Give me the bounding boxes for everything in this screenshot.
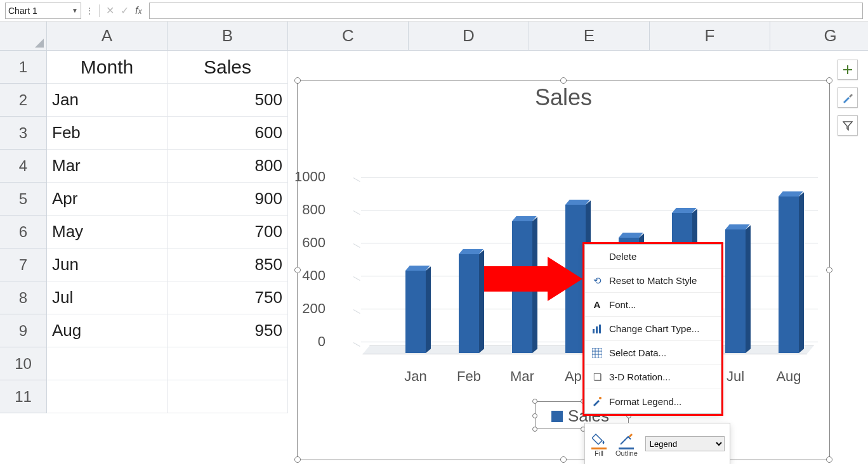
row-header[interactable]: 6 bbox=[0, 216, 47, 248]
chevron-down-icon[interactable]: ▼ bbox=[72, 7, 78, 14]
cell[interactable]: Apr bbox=[47, 183, 168, 216]
row-header[interactable]: 7 bbox=[0, 248, 47, 281]
menu-delete[interactable]: Delete bbox=[585, 245, 721, 269]
row-header[interactable]: 1 bbox=[0, 51, 47, 84]
col-header[interactable]: G bbox=[770, 22, 868, 51]
cell[interactable]: Aug bbox=[47, 314, 168, 347]
row-header[interactable]: 2 bbox=[0, 84, 47, 117]
outline-button[interactable]: Outline bbox=[615, 431, 638, 457]
svg-point-8 bbox=[599, 397, 602, 399]
menu-reset-style[interactable]: ⟲ Reset to Match Style bbox=[585, 269, 721, 293]
row-header[interactable]: 5 bbox=[0, 183, 47, 216]
chart-title[interactable]: Sales bbox=[298, 81, 829, 111]
row-header[interactable]: 3 bbox=[0, 117, 47, 150]
y-tick: 600 bbox=[302, 235, 326, 251]
row-header[interactable]: 11 bbox=[0, 380, 47, 413]
resize-handle[interactable] bbox=[532, 399, 537, 404]
resize-handle[interactable] bbox=[294, 77, 301, 84]
cell[interactable] bbox=[47, 380, 168, 413]
cell[interactable]: Jan bbox=[47, 84, 168, 117]
resize-handle[interactable] bbox=[826, 456, 832, 463]
menu-select-data[interactable]: Select Data... bbox=[585, 341, 721, 365]
resize-handle[interactable] bbox=[532, 413, 537, 418]
cell[interactable]: 600 bbox=[168, 117, 288, 150]
legend-swatch bbox=[551, 411, 563, 422]
annotation-arrow bbox=[484, 257, 592, 301]
element-select[interactable]: Legend bbox=[645, 436, 725, 451]
chart-elements-button[interactable] bbox=[838, 60, 858, 80]
cell[interactable] bbox=[168, 380, 288, 413]
cell[interactable]: 500 bbox=[168, 84, 288, 117]
resize-handle[interactable] bbox=[294, 267, 301, 273]
fx-icon[interactable]: fx bbox=[134, 5, 145, 16]
select-data-icon bbox=[591, 347, 603, 359]
fill-icon bbox=[590, 431, 608, 448]
y-tick: 0 bbox=[318, 333, 326, 350]
col-header[interactable]: A bbox=[47, 22, 168, 51]
cell[interactable]: 750 bbox=[168, 281, 288, 314]
cell[interactable]: 700 bbox=[168, 216, 288, 248]
bar[interactable] bbox=[405, 271, 426, 353]
confirm-icon[interactable]: ✓ bbox=[119, 4, 130, 16]
resize-handle[interactable] bbox=[294, 456, 301, 463]
chart-styles-button[interactable] bbox=[838, 87, 858, 108]
cell[interactable]: Feb bbox=[47, 117, 168, 150]
format-icon bbox=[591, 396, 603, 407]
col-header[interactable]: E bbox=[529, 22, 650, 51]
cell[interactable]: Mar bbox=[47, 150, 168, 183]
row-header[interactable]: 4 bbox=[0, 150, 47, 183]
cube-icon: ❏ bbox=[591, 371, 603, 383]
y-tick: 1000 bbox=[294, 169, 326, 185]
col-header[interactable]: B bbox=[168, 22, 288, 51]
menu-format-legend[interactable]: Format Legend... bbox=[585, 389, 721, 413]
cell[interactable]: May bbox=[47, 216, 168, 248]
name-box-value: Chart 1 bbox=[8, 6, 37, 16]
outline-icon bbox=[617, 431, 635, 448]
svg-rect-3 bbox=[592, 348, 602, 358]
more-icon[interactable]: ⋮ bbox=[85, 6, 94, 16]
menu-label: Format Legend... bbox=[609, 396, 681, 407]
cell[interactable]: Sales bbox=[168, 51, 288, 84]
row-header[interactable]: 10 bbox=[0, 347, 47, 380]
menu-font[interactable]: A Font... bbox=[585, 293, 721, 317]
cell[interactable]: Jun bbox=[47, 248, 168, 281]
x-tick: Jan bbox=[393, 368, 438, 385]
menu-change-chart-type[interactable]: Change Chart Type... bbox=[585, 317, 721, 341]
cell[interactable]: 950 bbox=[168, 314, 288, 347]
resize-handle[interactable] bbox=[560, 77, 567, 84]
select-all-corner[interactable] bbox=[0, 22, 47, 51]
formula-bar[interactable] bbox=[149, 3, 863, 19]
chart-object[interactable]: Sales 0 200 400 600 800 1000 JanFebMarAp… bbox=[297, 80, 830, 460]
chart-type-icon bbox=[591, 323, 603, 335]
col-header[interactable]: D bbox=[409, 22, 529, 51]
fill-button[interactable]: Fill bbox=[590, 431, 608, 457]
x-tick: Mar bbox=[499, 368, 545, 385]
spreadsheet-grid[interactable]: A B C D E F G 1 Month Sales 2 Jan 500 3 … bbox=[0, 22, 868, 464]
cell[interactable]: Month bbox=[47, 51, 168, 84]
menu-3d-rotation[interactable]: ❏ 3-D Rotation... bbox=[585, 365, 721, 389]
chart-filters-button[interactable] bbox=[838, 115, 858, 136]
resize-handle[interactable] bbox=[560, 456, 567, 463]
bar[interactable] bbox=[725, 229, 746, 353]
blank-icon bbox=[591, 251, 603, 262]
cell[interactable]: Jul bbox=[47, 281, 168, 314]
cancel-icon[interactable]: ✕ bbox=[105, 4, 115, 16]
resize-handle[interactable] bbox=[532, 427, 537, 432]
y-tick: 200 bbox=[302, 300, 326, 317]
resize-handle[interactable] bbox=[826, 267, 832, 273]
col-header[interactable]: F bbox=[650, 22, 770, 51]
resize-handle[interactable] bbox=[826, 77, 832, 84]
name-box[interactable]: Chart 1 ▼ bbox=[5, 3, 81, 19]
context-menu: Delete ⟲ Reset to Match Style A Font... … bbox=[584, 244, 721, 414]
resize-handle[interactable] bbox=[626, 413, 631, 418]
cell[interactable] bbox=[47, 347, 168, 380]
cell[interactable]: 900 bbox=[168, 183, 288, 216]
cell[interactable] bbox=[168, 347, 288, 380]
row-header[interactable]: 8 bbox=[0, 281, 47, 314]
bar[interactable] bbox=[779, 197, 799, 353]
row-header[interactable]: 9 bbox=[0, 314, 47, 347]
col-header[interactable]: C bbox=[288, 22, 409, 51]
bar[interactable] bbox=[459, 254, 479, 353]
cell[interactable]: 850 bbox=[168, 248, 288, 281]
cell[interactable]: 800 bbox=[168, 150, 288, 183]
